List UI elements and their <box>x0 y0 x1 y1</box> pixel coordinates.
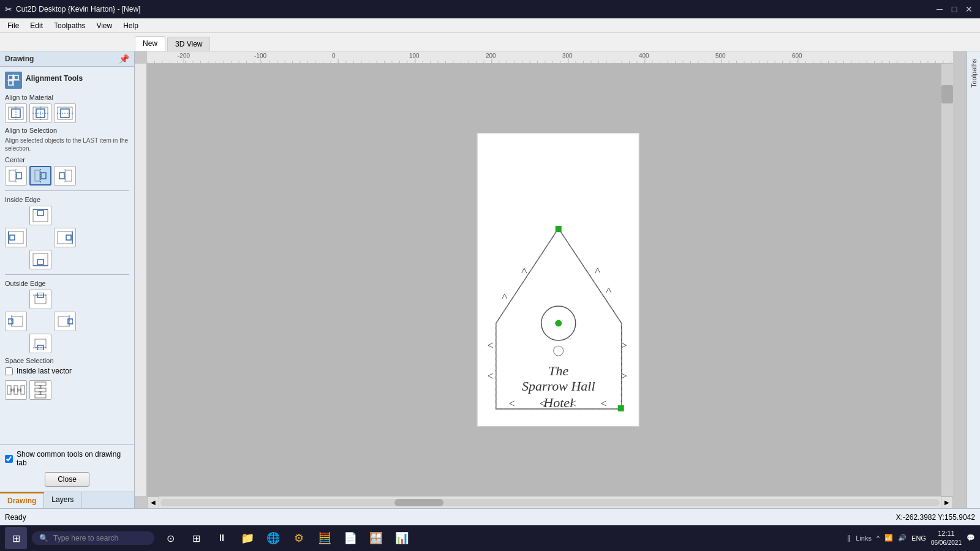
show-common-tools-row: Show common tools on drawing tab <box>5 450 129 467</box>
svg-rect-49 <box>14 386 18 394</box>
space-vertical-button[interactable] <box>29 380 51 400</box>
menu-toolpaths[interactable]: Toolpaths <box>49 20 90 31</box>
menu-view[interactable]: View <box>91 20 117 31</box>
right-toolbox: Toolpaths <box>967 51 980 508</box>
inside-last-vector-label: Inside last vector <box>17 367 72 375</box>
right-toolbox-label: Toolpaths <box>968 56 980 90</box>
svg-line-72 <box>606 288 609 293</box>
inside-edge-section: Inside Edge <box>5 196 129 269</box>
sys-tray-links[interactable]: Links <box>856 534 872 542</box>
align-center-both-button[interactable] <box>29 103 51 123</box>
inside-last-vector-checkbox[interactable] <box>5 367 13 375</box>
show-common-tools-checkbox[interactable] <box>5 455 13 463</box>
sys-tray-volume[interactable]: 🔊 <box>898 534 907 542</box>
show-common-tools-label: Show common tools on drawing tab <box>17 450 129 467</box>
taskbar-icon-folder[interactable]: 📁 <box>236 527 258 549</box>
material-area: The Sparrow Hall Hotel <box>477 133 639 427</box>
search-box[interactable]: 🔍 Type here to search <box>32 531 154 545</box>
svg-rect-22 <box>59 173 64 179</box>
svg-rect-16 <box>17 173 21 179</box>
taskbar-icon-calculator[interactable]: 🧮 <box>314 527 336 549</box>
svg-rect-48 <box>7 386 11 394</box>
menu-edit[interactable]: Edit <box>25 20 48 31</box>
align-sel-left-button[interactable] <box>5 166 27 186</box>
hscroll-track[interactable] <box>160 499 940 506</box>
minimize-button[interactable]: ─ <box>933 3 946 15</box>
sys-tray-chat[interactable]: 💬 <box>967 534 975 542</box>
inside-edge-right-button[interactable] <box>54 228 76 247</box>
tab-layers[interactable]: Layers <box>44 492 81 508</box>
align-sel-right-button[interactable] <box>54 166 76 186</box>
divider-2 <box>5 274 129 275</box>
titlebar: ✂ Cut2D Desktop {Kevin Harton} - [New] ─… <box>0 0 980 18</box>
taskbar-icon-taskview[interactable]: ⊞ <box>185 527 207 549</box>
inside-edge-label: Inside Edge <box>5 196 129 203</box>
title-left: ✂ Cut2D Desktop {Kevin Harton} - [New] <box>5 4 140 14</box>
drawing-canvas[interactable]: The Sparrow Hall Hotel <box>147 64 953 496</box>
taskbar-icon-browser[interactable]: 🪟 <box>365 527 387 549</box>
hscroll-left-button[interactable]: ◀ <box>147 497 159 509</box>
svg-rect-57 <box>35 382 46 386</box>
taskbar-icon-document[interactable]: 📄 <box>339 527 361 549</box>
tab-drawing[interactable]: Drawing <box>0 492 44 508</box>
tab-3d-view[interactable]: 3D View <box>167 37 210 51</box>
outside-edge-top-button[interactable] <box>29 290 51 309</box>
svg-line-67 <box>524 268 527 273</box>
sys-tray: ‖ Links ^ 📶 🔊 ENG 12:11 06/06/2021 💬 <box>847 529 975 547</box>
center-label: Center <box>5 156 129 163</box>
close-window-button[interactable]: ✕ <box>963 3 975 15</box>
svg-line-68 <box>502 294 505 299</box>
align-sel-center-button[interactable] <box>29 166 51 186</box>
panel-pin-icon[interactable]: 📌 <box>119 54 129 64</box>
svg-line-84 <box>488 376 493 378</box>
menu-help[interactable]: Help <box>118 20 143 31</box>
svg-line-73 <box>609 288 611 293</box>
divider-1 <box>5 190 129 191</box>
start-button[interactable]: ⊞ <box>5 527 27 549</box>
svg-rect-50 <box>21 386 24 394</box>
close-panel-button[interactable]: Close <box>45 472 89 487</box>
clock-time: 12:11 <box>931 529 962 538</box>
align-center-h-button[interactable] <box>5 103 27 123</box>
menu-file[interactable]: File <box>2 20 24 31</box>
hscroll-thumb[interactable] <box>394 499 443 506</box>
task-icons-group: ⊙ ⊞ ⏸ 📁 🌐 ⚙ 🧮 📄 🪟 📊 <box>159 527 413 549</box>
space-horizontal-button[interactable] <box>5 380 27 400</box>
tab-new[interactable]: New <box>135 36 165 51</box>
taskbar-icon-pause[interactable]: ⏸ <box>211 527 233 549</box>
taskbar-icon-cortana[interactable]: ⊙ <box>159 527 181 549</box>
svg-point-94 <box>554 346 564 356</box>
svg-line-83 <box>488 343 493 345</box>
ruler-top <box>147 51 953 64</box>
outside-edge-bottom-button[interactable] <box>29 334 51 353</box>
align-center-v-button[interactable] <box>54 103 76 123</box>
inside-edge-bottom-button[interactable] <box>29 250 51 269</box>
vscroll-track[interactable] <box>941 64 953 496</box>
menubar: File Edit Toolpaths View Help <box>0 18 980 33</box>
outside-edge-left-button[interactable] <box>5 312 27 331</box>
svg-rect-6 <box>12 109 20 118</box>
sys-tray-lang[interactable]: ENG <box>911 534 926 542</box>
alignment-tools-title: Alignment Tools <box>26 74 83 83</box>
hscroll-right-button[interactable]: ▶ <box>941 497 953 509</box>
clock-date: 06/06/2021 <box>931 539 962 547</box>
svg-rect-30 <box>58 231 72 244</box>
birdhouse-svg: The Sparrow Hall Hotel <box>478 133 640 427</box>
inside-edge-left-button[interactable] <box>5 228 27 247</box>
align-to-material-section: Align to Material <box>5 94 129 123</box>
taskbar-icon-excel[interactable]: 📊 <box>391 527 413 549</box>
inside-edge-top-button[interactable] <box>29 206 51 225</box>
align-to-selection-buttons <box>5 166 129 186</box>
outside-edge-right-button[interactable] <box>54 312 76 331</box>
taskbar-icon-settings[interactable]: ⚙ <box>288 527 310 549</box>
search-placeholder: Type here to search <box>53 534 118 542</box>
alignment-tools-header: Alignment Tools <box>5 72 129 89</box>
taskbar-icon-chrome[interactable]: 🌐 <box>262 527 284 549</box>
svg-rect-28 <box>10 235 15 240</box>
sys-tray-expand[interactable]: ^ <box>876 534 880 542</box>
sys-tray-wifi[interactable]: 📶 <box>884 534 893 542</box>
main-layout: Drawing 📌 Alignment Tools <box>0 51 980 508</box>
vscroll-thumb[interactable] <box>941 85 953 103</box>
maximize-button[interactable]: □ <box>948 3 960 15</box>
sys-tray-clock[interactable]: 12:11 06/06/2021 <box>931 529 962 547</box>
